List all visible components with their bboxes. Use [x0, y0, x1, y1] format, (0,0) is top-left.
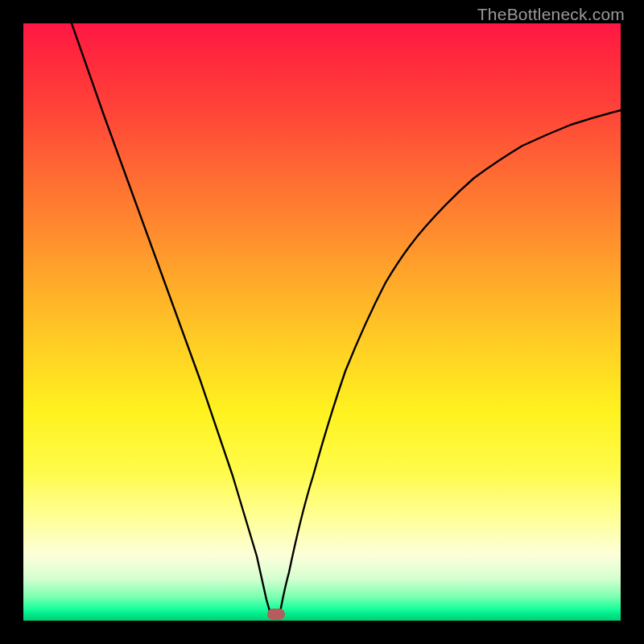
- optimal-point-marker: [267, 609, 285, 620]
- curve-path: [72, 23, 621, 617]
- plot-area: [23, 23, 621, 621]
- bottleneck-curve: [23, 23, 621, 621]
- watermark-text: TheBottleneck.com: [477, 5, 625, 24]
